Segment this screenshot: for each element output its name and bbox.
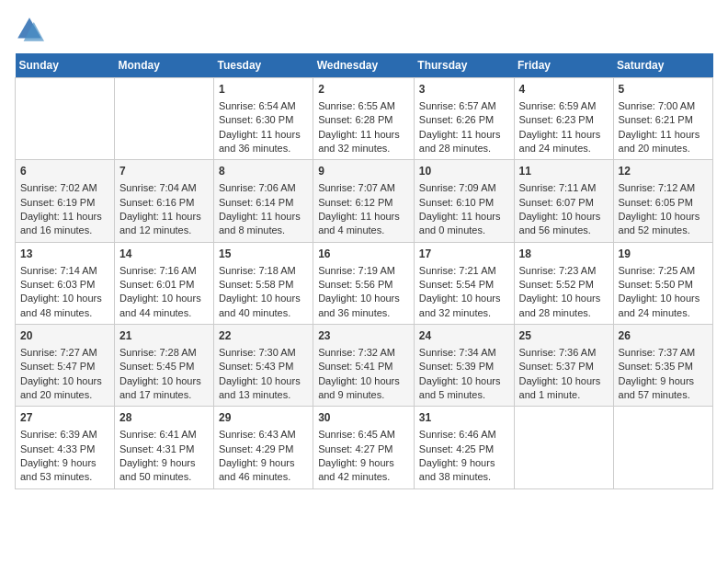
calendar-cell: 20Sunrise: 7:27 AMSunset: 5:47 PMDayligh… — [16, 325, 115, 407]
day-info: Sunrise: 6:43 AM — [219, 428, 308, 442]
day-info: Daylight: 10 hours and 56 minutes. — [519, 210, 609, 238]
calendar-cell: 16Sunrise: 7:19 AMSunset: 5:56 PMDayligh… — [313, 242, 415, 324]
calendar-cell: 27Sunrise: 6:39 AMSunset: 4:33 PMDayligh… — [16, 407, 115, 488]
day-info: Sunrise: 7:00 AM — [619, 99, 708, 113]
day-info: Sunrise: 7:16 AM — [119, 264, 209, 278]
day-info: Sunrise: 6:55 AM — [318, 99, 409, 113]
day-info: Daylight: 10 hours and 44 minutes. — [119, 292, 209, 320]
day-info: Sunset: 6:28 PM — [318, 113, 409, 127]
calendar-cell: 30Sunrise: 6:45 AMSunset: 4:27 PMDayligh… — [313, 407, 415, 488]
calendar-cell: 13Sunrise: 7:14 AMSunset: 6:03 PMDayligh… — [16, 242, 115, 324]
calendar-cell: 14Sunrise: 7:16 AMSunset: 6:01 PMDayligh… — [114, 242, 213, 324]
calendar-cell: 17Sunrise: 7:21 AMSunset: 5:54 PMDayligh… — [414, 242, 514, 324]
day-info: Sunset: 6:14 PM — [219, 196, 308, 210]
calendar-cell: 26Sunrise: 7:37 AMSunset: 5:35 PMDayligh… — [613, 325, 712, 407]
day-info: Sunrise: 7:07 AM — [318, 181, 409, 195]
day-info: Daylight: 10 hours and 13 minutes. — [219, 374, 308, 403]
logo-icon — [15, 15, 44, 44]
calendar-cell: 1Sunrise: 6:54 AMSunset: 6:30 PMDaylight… — [213, 78, 313, 160]
day-info: Sunset: 5:37 PM — [519, 360, 609, 373]
day-info: Daylight: 11 hours and 16 minutes. — [20, 210, 109, 238]
day-info: Sunset: 5:41 PM — [318, 360, 409, 373]
day-info: Daylight: 9 hours and 38 minutes. — [419, 456, 509, 485]
day-info: Daylight: 9 hours and 53 minutes. — [20, 456, 109, 485]
day-info: Sunrise: 7:25 AM — [619, 264, 708, 278]
day-info: Sunrise: 7:32 AM — [318, 346, 409, 360]
week-row-3: 13Sunrise: 7:14 AMSunset: 6:03 PMDayligh… — [16, 242, 713, 324]
day-number: 4 — [519, 82, 609, 98]
day-info: Sunset: 4:27 PM — [318, 442, 409, 456]
week-row-4: 20Sunrise: 7:27 AMSunset: 5:47 PMDayligh… — [16, 325, 713, 407]
day-number: 29 — [219, 410, 308, 426]
calendar-cell: 7Sunrise: 7:04 AMSunset: 6:16 PMDaylight… — [114, 160, 213, 242]
page-header — [15, 15, 713, 44]
day-info: Sunrise: 7:02 AM — [20, 181, 109, 195]
day-info: Daylight: 10 hours and 52 minutes. — [619, 210, 708, 238]
calendar-cell: 29Sunrise: 6:43 AMSunset: 4:29 PMDayligh… — [213, 407, 313, 488]
calendar-cell: 25Sunrise: 7:36 AMSunset: 5:37 PMDayligh… — [514, 325, 613, 407]
day-header-wednesday: Wednesday — [313, 53, 415, 78]
day-info: Daylight: 10 hours and 17 minutes. — [119, 374, 209, 403]
day-info: Sunset: 5:43 PM — [219, 360, 308, 373]
calendar-cell: 11Sunrise: 7:11 AMSunset: 6:07 PMDayligh… — [514, 160, 613, 242]
day-info: Daylight: 11 hours and 4 minutes. — [318, 210, 409, 238]
week-row-1: 1Sunrise: 6:54 AMSunset: 6:30 PMDaylight… — [16, 78, 713, 160]
day-info: Daylight: 11 hours and 24 minutes. — [519, 128, 609, 156]
day-number: 10 — [419, 164, 509, 179]
calendar-table: SundayMondayTuesdayWednesdayThursdayFrid… — [15, 53, 713, 489]
day-info: Sunrise: 7:18 AM — [219, 264, 308, 278]
day-info: Sunrise: 7:09 AM — [419, 181, 509, 195]
day-header-friday: Friday — [514, 53, 613, 78]
day-number: 31 — [419, 410, 509, 426]
day-info: Daylight: 11 hours and 32 minutes. — [318, 128, 409, 156]
day-number: 3 — [419, 82, 509, 98]
day-info: Sunrise: 7:23 AM — [519, 264, 609, 278]
day-info: Daylight: 10 hours and 28 minutes. — [519, 292, 609, 320]
day-number: 9 — [318, 164, 409, 179]
day-info: Sunset: 6:21 PM — [619, 113, 708, 127]
calendar-cell — [114, 78, 213, 160]
day-header-tuesday: Tuesday — [213, 53, 313, 78]
day-info: Daylight: 9 hours and 46 minutes. — [219, 456, 308, 485]
day-info: Sunrise: 7:12 AM — [619, 181, 708, 195]
day-info: Sunrise: 6:46 AM — [419, 428, 509, 442]
calendar-cell: 5Sunrise: 7:00 AMSunset: 6:21 PMDaylight… — [613, 78, 712, 160]
day-info: Sunset: 6:07 PM — [519, 196, 609, 210]
day-number: 24 — [419, 328, 509, 344]
day-info: Daylight: 10 hours and 9 minutes. — [318, 374, 409, 403]
day-info: Sunrise: 7:36 AM — [519, 346, 609, 360]
day-number: 28 — [119, 410, 209, 426]
day-number: 5 — [619, 82, 708, 98]
day-info: Daylight: 11 hours and 8 minutes. — [219, 210, 308, 238]
day-info: Sunrise: 7:11 AM — [519, 181, 609, 195]
day-info: Daylight: 9 hours and 50 minutes. — [119, 456, 209, 485]
day-info: Sunset: 4:25 PM — [419, 442, 509, 456]
day-number: 19 — [619, 247, 708, 262]
day-info: Sunset: 6:19 PM — [20, 196, 109, 210]
day-info: Sunset: 4:31 PM — [119, 442, 209, 456]
day-header-thursday: Thursday — [414, 53, 514, 78]
day-info: Sunset: 5:52 PM — [519, 278, 609, 292]
day-number: 26 — [619, 328, 708, 344]
day-number: 6 — [20, 164, 109, 179]
calendar-cell: 21Sunrise: 7:28 AMSunset: 5:45 PMDayligh… — [114, 325, 213, 407]
day-info: Daylight: 10 hours and 20 minutes. — [20, 374, 109, 403]
day-info: Daylight: 11 hours and 36 minutes. — [219, 128, 308, 156]
day-number: 14 — [119, 247, 209, 262]
day-info: Sunset: 5:45 PM — [119, 360, 209, 373]
logo — [15, 15, 48, 44]
day-info: Daylight: 11 hours and 12 minutes. — [119, 210, 209, 238]
day-info: Sunrise: 7:06 AM — [219, 181, 308, 195]
day-number: 1 — [219, 82, 308, 98]
day-number: 13 — [20, 247, 109, 262]
day-number: 22 — [219, 328, 308, 344]
day-info: Sunrise: 7:37 AM — [619, 346, 708, 360]
day-info: Sunrise: 7:14 AM — [20, 264, 109, 278]
calendar-cell: 12Sunrise: 7:12 AMSunset: 6:05 PMDayligh… — [613, 160, 712, 242]
day-info: Sunset: 6:23 PM — [519, 113, 609, 127]
day-info: Daylight: 10 hours and 32 minutes. — [419, 292, 509, 320]
day-number: 21 — [119, 328, 209, 344]
day-info: Sunset: 6:30 PM — [219, 113, 308, 127]
day-header-monday: Monday — [114, 53, 213, 78]
day-info: Sunset: 4:33 PM — [20, 442, 109, 456]
